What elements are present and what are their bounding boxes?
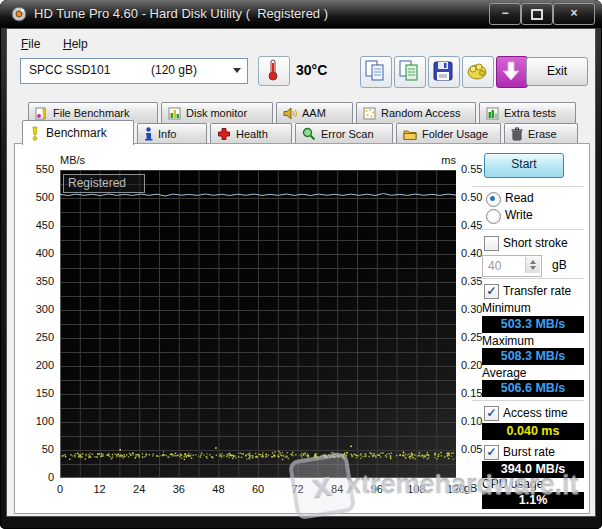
axis-tick-label: 0.25 — [461, 331, 482, 343]
file-benchmark-icon — [35, 107, 48, 120]
burst-rate-label: Burst rate — [503, 445, 555, 459]
axis-tick-label: 0 — [45, 483, 75, 495]
check-icon: ✓ — [486, 284, 496, 298]
extra-tests-icon — [486, 107, 499, 120]
close-button[interactable]: × — [553, 3, 595, 25]
copy-results-button[interactable] — [394, 56, 426, 88]
separator — [472, 186, 584, 187]
minimize-button[interactable]: − — [489, 3, 521, 25]
axis-tick-label: 24 — [124, 483, 154, 495]
tab-label: Erase — [528, 128, 557, 140]
left-axis-unit: MB/s — [60, 154, 85, 166]
tab-label: Folder Usage — [422, 128, 488, 140]
tab-label: Random Access — [381, 107, 460, 119]
tab-random-access[interactable]: Random Access — [356, 102, 476, 123]
transfer-rate-label: Transfer rate — [503, 284, 571, 298]
health-icon — [217, 127, 231, 141]
read-radio[interactable] — [486, 192, 501, 207]
temperature-button[interactable] — [258, 56, 290, 86]
tab-error-scan[interactable]: Error Scan — [295, 123, 393, 144]
close-icon: × — [570, 6, 577, 20]
short-stroke-label: Short stroke — [503, 236, 568, 250]
capacity-value: 40 — [488, 259, 501, 273]
tab-info[interactable]: Info — [137, 123, 207, 144]
axis-tick-label: 12 — [85, 483, 115, 495]
trash-icon — [511, 127, 523, 141]
app-icon — [11, 6, 27, 22]
minimum-value: 503.3 MB/s — [482, 316, 584, 333]
capacity-spinner[interactable]: 40 — [482, 255, 542, 277]
menu-file[interactable]: File — [14, 34, 47, 54]
drive-model: SPCC SSD101 — [29, 59, 110, 81]
transfer-rate-checkbox[interactable]: ✓ — [484, 284, 499, 299]
tab-folder-usage[interactable]: Folder Usage — [396, 123, 501, 144]
error-scan-icon — [302, 127, 316, 141]
benchmark-chart — [60, 170, 456, 478]
burst-rate-checkbox[interactable]: ✓ — [484, 445, 499, 460]
tab-extra-tests[interactable]: Extra tests — [479, 102, 576, 123]
drive-select-dropdown[interactable]: SPCC SSD101 (120 gB) — [20, 58, 248, 84]
tab-benchmark[interactable]: Benchmark — [22, 120, 134, 145]
spinner-up-icon[interactable] — [530, 260, 536, 264]
maximize-button[interactable] — [521, 3, 553, 25]
axis-tick-label: 50 — [18, 443, 54, 455]
exit-button[interactable]: Exit — [526, 57, 588, 86]
axis-tick-label: 48 — [203, 483, 233, 495]
disk-monitor-icon — [168, 107, 181, 120]
radio-selected-dot — [490, 196, 495, 201]
axis-tick-label: 0.20 — [461, 359, 482, 371]
axis-tick-label: 0.10 — [461, 415, 482, 427]
temperature-value: 30°C — [296, 62, 327, 78]
axis-tick-label: 0.50 — [461, 191, 482, 203]
tab-aam[interactable]: AAM — [276, 102, 353, 123]
chevron-down-icon — [233, 68, 241, 73]
write-radio[interactable] — [486, 209, 501, 224]
spinner-arrows[interactable] — [525, 257, 540, 273]
exit-label: Exit — [547, 64, 567, 78]
right-axis-unit: ms — [430, 154, 456, 166]
maximize-icon — [531, 9, 543, 20]
check-icon: ✓ — [486, 406, 496, 420]
save-button[interactable] — [428, 56, 460, 88]
read-label: Read — [505, 191, 534, 205]
access-time-checkbox[interactable]: ✓ — [484, 406, 499, 421]
separator — [472, 229, 584, 230]
axis-tick-label: 0.35 — [461, 275, 482, 287]
arrow-down-icon — [497, 57, 525, 85]
axis-tick-label: 0 — [18, 471, 54, 483]
axis-tick-label: 84 — [322, 483, 352, 495]
spinner-down-icon[interactable] — [530, 266, 536, 270]
capacity-unit: gB — [552, 258, 567, 272]
tab-label: AAM — [302, 107, 326, 119]
menu-help[interactable]: Help — [56, 34, 95, 54]
maximum-label: Maximum — [482, 334, 534, 348]
start-label: Start — [511, 157, 536, 171]
start-button[interactable]: Start — [484, 153, 564, 178]
axis-tick-label: 400 — [18, 247, 54, 259]
update-button[interactable] — [496, 56, 528, 88]
title-bar[interactable]: HD Tune Pro 4.60 - Hard Disk Utility ( R… — [0, 0, 602, 28]
random-access-icon — [363, 107, 376, 120]
axis-tick-label: 96 — [362, 483, 392, 495]
separator — [472, 278, 584, 279]
axis-tick-label: 350 — [18, 275, 54, 287]
tab-label: Health — [236, 128, 268, 140]
tab-label: Extra tests — [504, 107, 556, 119]
axis-tick-label: 0.30 — [461, 303, 482, 315]
benchmark-icon — [29, 126, 41, 141]
window-title: HD Tune Pro 4.60 - Hard Disk Utility ( R… — [34, 6, 328, 21]
axis-tick-label: 300 — [18, 303, 54, 315]
tab-label: Error Scan — [321, 128, 374, 140]
axis-tick-label: 450 — [18, 219, 54, 231]
short-stroke-checkbox[interactable] — [484, 236, 499, 251]
options-button[interactable] — [462, 56, 494, 88]
axis-tick-label: 0.05 — [461, 443, 482, 455]
copy-button[interactable] — [360, 56, 392, 88]
access-time-label: Access time — [503, 406, 568, 420]
axis-tick-label: 250 — [18, 331, 54, 343]
tab-erase[interactable]: Erase — [504, 123, 578, 144]
tab-disk-monitor[interactable]: Disk monitor — [161, 102, 273, 123]
tab-health[interactable]: Health — [210, 123, 292, 144]
options-icon — [463, 57, 491, 85]
axis-tick-label: 500 — [18, 191, 54, 203]
